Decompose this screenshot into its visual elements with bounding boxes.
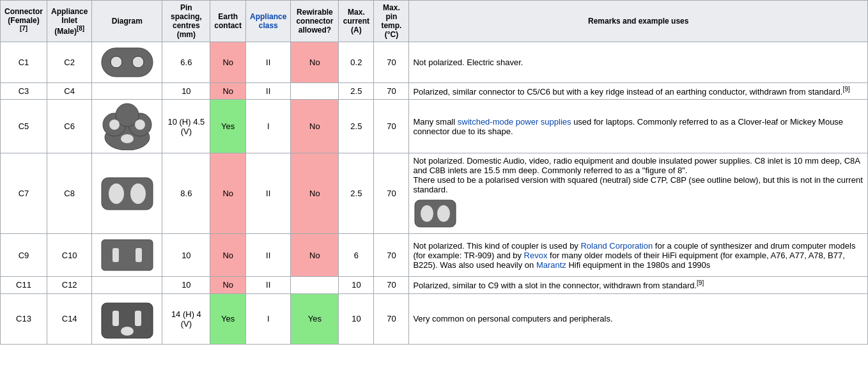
max-temp-cell: 70 xyxy=(374,153,409,234)
svg-rect-18 xyxy=(136,248,142,262)
earth-contact-cell: No xyxy=(210,153,246,234)
appliance-class-cell: II xyxy=(246,153,291,234)
max-temp-cell: 70 xyxy=(374,293,409,344)
max-current-cell: 10 xyxy=(339,293,374,344)
table-row: C7C8 8.6NoIINo2.570Not polarized. Domest… xyxy=(1,153,868,234)
pin-spacing-cell: 8.6 xyxy=(162,153,210,234)
inlet-cell: C2 xyxy=(47,42,92,83)
remarks-cell: Polarized, similar connector to C5/C6 bu… xyxy=(409,83,868,100)
connector-diagram xyxy=(96,237,158,274)
inlet-cell: C12 xyxy=(47,277,92,293)
max-temp-cell: 70 xyxy=(374,42,409,83)
roland-link[interactable]: Roland Corporation xyxy=(580,241,653,251)
inlet-cell: C4 xyxy=(47,83,92,100)
connector-diagram xyxy=(96,297,158,341)
marantz-link[interactable]: Marantz xyxy=(536,260,566,270)
pin-spacing-cell: 14 (H) 4 (V) xyxy=(162,293,210,344)
pin-spacing-cell: 10 (H) 4.5 (V) xyxy=(162,100,210,153)
earth-contact-cell: No xyxy=(210,234,246,277)
appliance-class-cell: II xyxy=(246,42,291,83)
svg-point-11 xyxy=(109,183,124,204)
table-row: C13C14 14 (H) 4 (V)YesIYes1070Very commo… xyxy=(1,293,868,344)
header-pin-spacing: Pin spacing, centres (mm) xyxy=(162,1,210,42)
connector-cell: C9 xyxy=(1,234,47,277)
connector-cell: C11 xyxy=(1,277,47,293)
table-row: C3C410NoII2.570Polarized, similar connec… xyxy=(1,83,868,100)
rewirable-cell: Yes xyxy=(291,293,339,344)
appliance-class-cell: II xyxy=(246,83,291,100)
pin-spacing-cell: 10 xyxy=(162,277,210,293)
svg-point-2 xyxy=(132,56,144,68)
earth-contact-cell: Yes xyxy=(210,100,246,153)
max-current-cell: 2.5 xyxy=(339,153,374,234)
remarks-cell: Very common on personal computers and pe… xyxy=(409,293,868,344)
header-earth-contact: Earth contact xyxy=(210,1,246,42)
max-current-cell: 10 xyxy=(339,277,374,293)
earth-contact-cell: Yes xyxy=(210,293,246,344)
appliance-class-cell: I xyxy=(246,100,291,153)
diagram-cell xyxy=(92,83,162,100)
diagram-cell xyxy=(92,277,162,293)
svg-rect-21 xyxy=(135,311,141,326)
header-inlet: Appliance Inlet (Male)[8] xyxy=(47,1,92,42)
connector-cell: C13 xyxy=(1,293,47,344)
header-rewirable: Rewirable connector allowed? xyxy=(291,1,339,42)
rewirable-cell xyxy=(291,277,339,293)
earth-contact-cell: No xyxy=(210,83,246,100)
max-current-cell: 2.5 xyxy=(339,83,374,100)
inlet-cell: C8 xyxy=(47,153,92,234)
inlet-cell: C6 xyxy=(47,100,92,153)
svg-point-8 xyxy=(135,120,145,130)
max-temp-cell: 70 xyxy=(374,277,409,293)
svg-rect-17 xyxy=(112,248,119,262)
inlet-cell: C10 xyxy=(47,234,92,277)
max-temp-cell: 70 xyxy=(374,83,409,100)
svg-rect-20 xyxy=(112,311,119,326)
table-row: C9C10 10NoIINo670Not polarized. This kin… xyxy=(1,234,868,277)
max-temp-cell: 70 xyxy=(374,100,409,153)
diagram-cell xyxy=(92,42,162,83)
earth-contact-cell: No xyxy=(210,277,246,293)
diagram-cell xyxy=(92,293,162,344)
remarks-cell: Polarized, similar to C9 with a slot in … xyxy=(409,277,868,293)
inlet-cell: C14 xyxy=(47,293,92,344)
header-connector: Connector (Female)[7] xyxy=(1,1,47,42)
svg-point-15 xyxy=(437,205,450,222)
svg-point-12 xyxy=(130,183,146,204)
remarks-cell: Not polarized. Electric shaver. xyxy=(409,42,868,83)
connector-diagram xyxy=(96,102,158,150)
rewirable-cell xyxy=(291,83,339,100)
appliance-class-cell: II xyxy=(246,234,291,277)
svg-rect-0 xyxy=(102,48,153,77)
diagram-cell xyxy=(92,153,162,234)
remarks-cell: Many small switched-mode power supplies … xyxy=(409,100,868,153)
header-diagram: Diagram xyxy=(92,1,162,42)
diagram-cell xyxy=(92,100,162,153)
appliance-class-cell: I xyxy=(246,293,291,344)
svg-point-14 xyxy=(421,205,433,222)
revox-link[interactable]: Revox xyxy=(524,251,548,260)
max-temp-cell: 70 xyxy=(374,234,409,277)
max-current-cell: 6 xyxy=(339,234,374,277)
header-max-pin-temp: Max. pin temp. (°C) xyxy=(374,1,409,42)
appliance-class-cell: II xyxy=(246,277,291,293)
rewirable-cell: No xyxy=(291,100,339,153)
svg-point-7 xyxy=(109,120,120,130)
svg-point-22 xyxy=(121,327,134,336)
remarks-cell: Not polarized. Domestic Audio, video, ra… xyxy=(409,153,868,234)
earth-contact-cell: No xyxy=(210,42,246,83)
header-max-current: Max. current (A) xyxy=(339,1,374,42)
connector-diagram xyxy=(96,175,158,213)
pin-spacing-cell: 10 xyxy=(162,83,210,100)
diagram-cell xyxy=(92,234,162,277)
svg-rect-16 xyxy=(102,240,153,270)
header-remarks: Remarks and example uses xyxy=(409,1,868,42)
connector-cell: C5 xyxy=(1,100,47,153)
max-current-cell: 0.2 xyxy=(339,42,374,83)
remarks-cell: Not polarized. This kind of coupler is u… xyxy=(409,234,868,277)
switched-mode-link[interactable]: switched-mode power supplies xyxy=(458,117,571,127)
connector-cell: C1 xyxy=(1,42,47,83)
rewirable-cell: No xyxy=(291,42,339,83)
table-row: C5C6 10 (H) 4.5 (V)YesINo2.570Many small… xyxy=(1,100,868,153)
max-current-cell: 2.5 xyxy=(339,100,374,153)
